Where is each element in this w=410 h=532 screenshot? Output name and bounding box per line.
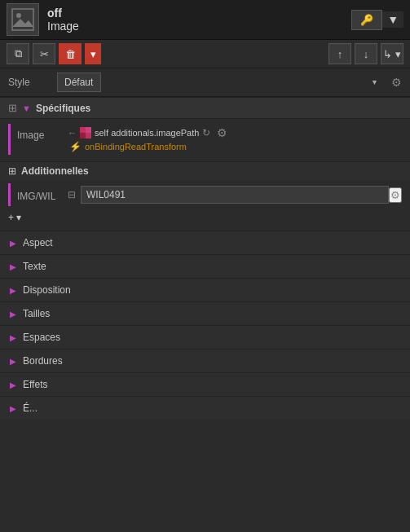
bordures-header[interactable]: ▶ Bordures xyxy=(0,350,410,372)
svg-rect-5 xyxy=(86,127,91,133)
additionnelles-grid-icon: ⊞ xyxy=(8,165,16,177)
aspect-header[interactable]: ▶ Aspect xyxy=(0,231,410,254)
copy-button[interactable]: ⧉ xyxy=(7,43,29,64)
disposition-label: Disposition xyxy=(23,284,71,296)
refresh-icon[interactable]: ↻ xyxy=(202,127,210,138)
transform-row: ⚡ onBindingReadTransform xyxy=(68,141,402,152)
specifiques-arrow: ▼ xyxy=(22,103,31,113)
transform-text: onBindingReadTransform xyxy=(85,142,187,152)
img-wil-name: IMG/WIL xyxy=(11,187,68,202)
texte-label: Texte xyxy=(23,261,46,272)
widget-name: Image xyxy=(47,20,79,33)
header-dropdown[interactable]: ▼ xyxy=(382,11,403,28)
key-button[interactable]: 🔑 xyxy=(351,10,382,30)
add-row: + ▾ xyxy=(0,208,410,227)
svg-rect-0 xyxy=(12,9,33,30)
style-row: Style Défaut ⚙ xyxy=(0,68,410,97)
style-select-wrapper: Défaut xyxy=(57,73,383,92)
delete-dropdown[interactable]: ▾ xyxy=(85,43,101,64)
bordures-section: ▶ Bordures xyxy=(0,349,410,372)
specifiques-section-header[interactable]: ⊞ ▼ Spécifiques xyxy=(0,97,410,119)
image-prop-gear[interactable]: ⚙ xyxy=(217,126,227,139)
aspect-label: Aspect xyxy=(23,237,53,248)
img-wil-row: IMG/WIL ⊟ ⚙ xyxy=(8,183,410,206)
add-icon: + xyxy=(8,212,14,223)
indent-button[interactable]: ↳ ▾ xyxy=(381,43,403,64)
style-label: Style xyxy=(8,77,49,88)
cut-button[interactable]: ✂ xyxy=(33,43,55,64)
style-gear-button[interactable]: ⚙ xyxy=(391,76,402,89)
widget-type: off xyxy=(47,7,79,20)
bordures-label: Bordures xyxy=(23,355,63,367)
wil-input[interactable] xyxy=(81,186,389,204)
aspect-section: ▶ Aspect xyxy=(0,231,410,254)
effets-section: ▶ Effets xyxy=(0,372,410,396)
bordures-arrow: ▶ xyxy=(10,357,16,366)
tailles-arrow: ▶ xyxy=(10,310,16,319)
widget-info: off Image xyxy=(7,3,79,36)
svg-rect-4 xyxy=(86,133,91,138)
svg-point-1 xyxy=(16,13,21,18)
svg-marker-2 xyxy=(12,19,33,27)
espaces-label: Espaces xyxy=(23,332,60,343)
disposition-arrow: ▶ xyxy=(10,286,16,295)
add-button[interactable]: + ▾ xyxy=(8,212,21,223)
move-down-button[interactable]: ↓ xyxy=(355,43,377,64)
additionnelles-section-header[interactable]: ⊞ Additionnelles xyxy=(0,161,410,180)
image-binding-row: ← self additionals.imagePath ↻ ⚙ xyxy=(68,126,402,139)
additionnelles-label: Additionnelles xyxy=(21,165,89,177)
effets-arrow: ▶ xyxy=(10,380,16,389)
disposition-header[interactable]: ▶ Disposition xyxy=(0,279,410,301)
lightning-icon: ⚡ xyxy=(69,141,82,152)
props-area: Image ← self additionals.imagePath ↻ ⚙ xyxy=(0,119,410,161)
tailles-section: ▶ Tailles xyxy=(0,301,410,325)
disposition-section: ▶ Disposition xyxy=(0,278,410,301)
db-icon: ⊟ xyxy=(68,189,76,200)
grid-icon: ⊞ xyxy=(8,102,17,114)
image-prop-name: Image xyxy=(11,126,68,141)
texte-arrow: ▶ xyxy=(10,262,16,271)
espaces-header[interactable]: ▶ Espaces xyxy=(0,326,410,349)
svg-rect-3 xyxy=(80,127,86,133)
espaces-arrow: ▶ xyxy=(10,333,16,342)
binding-type-icon xyxy=(80,127,91,138)
additionnelles-props: IMG/WIL ⊟ ⚙ + ▾ xyxy=(0,180,410,231)
img-wil-gear-button[interactable]: ⚙ xyxy=(389,187,402,203)
aspect-arrow: ▶ xyxy=(10,239,16,248)
extra-header[interactable]: ▶ É... xyxy=(0,397,410,420)
tailles-label: Tailles xyxy=(23,308,50,319)
effets-label: Effets xyxy=(23,379,47,390)
delete-button[interactable]: 🗑 xyxy=(59,43,82,64)
toolbar: ⧉ ✂ 🗑 ▾ ↑ ↓ ↳ ▾ xyxy=(0,40,410,68)
extra-section: ▶ É... xyxy=(0,396,410,420)
extra-arrow: ▶ xyxy=(10,404,16,413)
move-up-button[interactable]: ↑ xyxy=(328,43,351,64)
extra-label: É... xyxy=(23,402,37,414)
binding-text: self additionals.imagePath xyxy=(95,128,199,138)
binding-direction-icon: ← xyxy=(68,128,77,138)
effets-header[interactable]: ▶ Effets xyxy=(0,373,410,396)
widget-title: off Image xyxy=(47,7,79,33)
add-dropdown-arrow: ▾ xyxy=(16,212,21,223)
svg-rect-6 xyxy=(80,133,86,138)
collapse-sections: ▶ Aspect ▶ Texte ▶ Disposition ▶ Tailles… xyxy=(0,231,410,420)
widget-icon xyxy=(7,3,39,36)
texte-section: ▶ Texte xyxy=(0,254,410,278)
texte-header[interactable]: ▶ Texte xyxy=(0,255,410,278)
image-prop-value-area: ← self additionals.imagePath ↻ ⚙ ⚡ onBin… xyxy=(68,126,402,152)
specifiques-label: Spécifiques xyxy=(36,103,90,114)
img-wil-value-area: ⊟ xyxy=(68,186,389,204)
tailles-header[interactable]: ▶ Tailles xyxy=(0,302,410,325)
toolbar-right: ↑ ↓ ↳ ▾ xyxy=(328,43,403,64)
espaces-section: ▶ Espaces xyxy=(0,325,410,349)
style-select[interactable]: Défaut xyxy=(57,73,101,92)
top-bar: off Image 🔑 ▼ xyxy=(0,0,410,40)
top-bar-actions: 🔑 ▼ xyxy=(351,10,403,30)
image-prop-row: Image ← self additionals.imagePath ↻ ⚙ xyxy=(8,124,410,155)
